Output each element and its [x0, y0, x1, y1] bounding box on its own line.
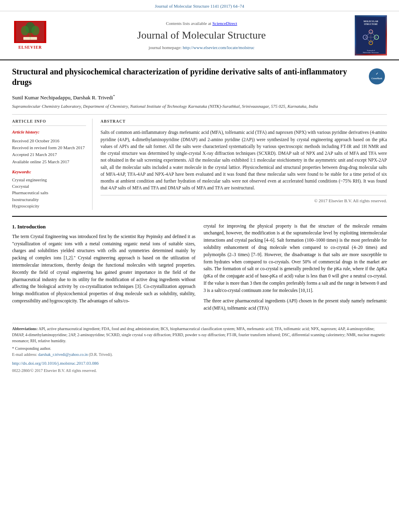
- keyword-3: Pharmaceutical salts: [12, 190, 86, 196]
- accepted-date: Accepted 21 March 2017: [12, 152, 86, 158]
- footer: Abbreviations: API, active pharmaceutica…: [12, 323, 387, 374]
- intro-heading: 1. Introduction: [12, 223, 195, 231]
- issn-line: 0022-2860/© 2017 Elsevier B.V. All right…: [12, 368, 387, 374]
- svg-text:Journal of: Journal of: [367, 49, 375, 51]
- history-label: Article history:: [12, 129, 86, 135]
- article-title: Structural and physicochemical character…: [12, 66, 367, 87]
- journal-homepage: journal homepage: http://www.elsevier.co…: [48, 45, 355, 51]
- elsevier-label: ELSEVIER: [19, 45, 42, 50]
- svg-text:STRUCTURE: STRUCTURE: [364, 23, 378, 26]
- keyword-1: Crystal engineering: [12, 177, 86, 183]
- elsevier-logo-image: [14, 21, 46, 43]
- crossmark-badge[interactable]: ✓ CrossMark: [367, 66, 387, 86]
- email-link[interactable]: darshak_r.trivedi@yahoo.co.in: [38, 352, 88, 357]
- sciencedirect-label: Contents lists available at: [166, 21, 211, 26]
- email-label: E-mail address:: [12, 352, 37, 357]
- abstract-column: ABSTRACT Salts of common anti-inflammato…: [101, 119, 387, 210]
- elsevier-logo: ELSEVIER: [12, 21, 48, 50]
- svg-text:MOLECULAR: MOLECULAR: [364, 20, 378, 23]
- journal-header: ELSEVIER Contents lists available at Sci…: [0, 11, 399, 60]
- email-line: E-mail address: darshak_r.trivedi@yahoo.…: [12, 351, 387, 357]
- body-two-columns: 1. Introduction The term Crystal Enginee…: [12, 223, 387, 315]
- corresponding-author: * Corresponding author.: [12, 345, 387, 351]
- homepage-label: journal homepage:: [148, 45, 181, 50]
- keyword-2: Cocrystal: [12, 183, 86, 189]
- keyword-4: Isostructurality: [12, 197, 86, 203]
- abstract-text: Salts of common anti-inflammatory drugs …: [101, 129, 387, 191]
- available-online-date: Available online 25 March 2017: [12, 159, 86, 165]
- abstract-label: ABSTRACT: [101, 119, 387, 126]
- received-revised-date: Received in revised form 20 March 2017: [12, 145, 86, 151]
- svg-text:✓: ✓: [376, 72, 378, 76]
- doi-link[interactable]: http://dx.doi.org/10.1016/j.molstruc.201…: [12, 361, 99, 366]
- journal-cover-image: MOLECULAR STRUCTURE Journal of Molecular…: [355, 15, 387, 55]
- affiliation: Supramolecular Chemistry Laboratory, Dep…: [12, 103, 387, 109]
- copyright-line: © 2017 Elsevier B.V. All rights reserved…: [101, 195, 387, 204]
- svg-point-3: [31, 26, 39, 35]
- keywords-label: Keywords:: [12, 169, 86, 175]
- homepage-link[interactable]: http://www.elsevier.com/locate/molstruc: [183, 45, 254, 50]
- journal-reference: Journal of Molecular Structure 1141 (201…: [0, 0, 399, 11]
- article-info-column: ARTICLE INFO Article history: Received 2…: [12, 119, 93, 210]
- abbreviations: Abbreviations: API, active pharmaceutica…: [12, 326, 387, 344]
- sciencedirect-line: Contents lists available at ScienceDirec…: [48, 21, 355, 27]
- intro-para-1: The term Crystal Engineering was introdu…: [12, 233, 195, 305]
- svg-point-2: [21, 26, 29, 35]
- body-col-right: crystal for improving the physical prope…: [204, 223, 387, 315]
- body-col-left: 1. Introduction The term Crystal Enginee…: [12, 223, 195, 315]
- abbr-text: API, active pharmaceutical ingredient; F…: [12, 327, 385, 343]
- email-suffix: (D.R. Trivedi).: [89, 352, 113, 357]
- article-title-section: Structural and physicochemical character…: [12, 66, 387, 90]
- authors: Sunil Kumar Nechipadappu, Darshak R. Tri…: [12, 94, 387, 102]
- main-content: Structural and physicochemical character…: [0, 60, 399, 377]
- sciencedirect-link[interactable]: ScienceDirect: [212, 21, 237, 26]
- abbr-label: Abbreviations:: [12, 327, 38, 331]
- intro-para-2-right: The three active pharmaceutical ingredie…: [204, 298, 387, 312]
- body-content: 1. Introduction The term Crystal Enginee…: [12, 216, 387, 315]
- article-info-abstract: ARTICLE INFO Article history: Received 2…: [12, 114, 387, 210]
- intro-para-1-right: crystal for improving the physical prope…: [204, 223, 387, 294]
- article-info-label: ARTICLE INFO: [12, 119, 86, 126]
- received-date: Received 20 October 2016: [12, 138, 86, 144]
- keyword-5: Hygroscopicity: [12, 203, 86, 209]
- svg-text:Molecular Structure: Molecular Structure: [363, 52, 379, 54]
- journal-title: Journal of Molecular Structure: [48, 28, 355, 43]
- crossmark-icon: ✓ CrossMark: [369, 68, 385, 84]
- journal-header-center: Contents lists available at ScienceDirec…: [48, 21, 355, 51]
- doi-link-line: http://dx.doi.org/10.1016/j.molstruc.201…: [12, 360, 387, 367]
- svg-text:CrossMark: CrossMark: [372, 77, 383, 80]
